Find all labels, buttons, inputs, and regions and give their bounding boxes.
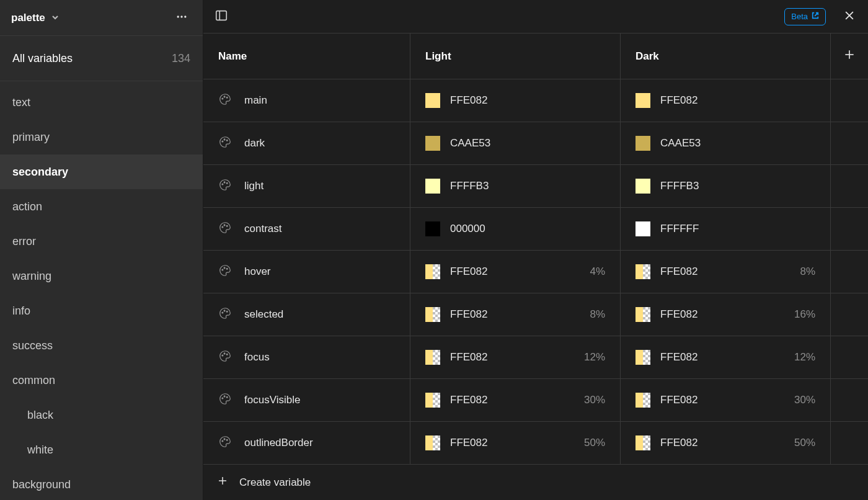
svg-point-25 <box>224 310 225 311</box>
palette-icon <box>218 392 232 408</box>
plus-icon <box>217 475 228 489</box>
external-link-icon <box>812 12 819 21</box>
color-swatch <box>636 221 650 236</box>
close-button[interactable] <box>841 8 858 25</box>
sidebar-group-item[interactable]: action <box>0 189 203 224</box>
opacity-value: 4% <box>590 266 605 278</box>
sidebar-group-item[interactable]: text <box>0 85 203 120</box>
sidebar-group-label: black <box>27 409 53 422</box>
sidebar-toggle-button[interactable] <box>213 9 229 25</box>
name-cell[interactable]: selected <box>203 293 410 336</box>
color-swatch <box>636 435 650 450</box>
create-variable-button[interactable]: Create variable <box>203 464 868 500</box>
main-panel: Beta Name Light Dark <box>203 0 868 500</box>
value-cell-light[interactable]: FFE0828% <box>410 293 621 336</box>
variable-name: light <box>244 180 264 192</box>
beta-link[interactable]: Beta <box>784 8 826 25</box>
svg-point-31 <box>224 396 225 397</box>
svg-point-30 <box>222 398 223 399</box>
table-row[interactable]: mainFFE082FFE082 <box>203 79 868 122</box>
table-row[interactable]: darkCAAE53CAAE53 <box>203 122 868 164</box>
value-cell-dark[interactable]: CAAE53 <box>621 122 831 164</box>
table-row[interactable]: outlinedBorderFFE08250%FFE08250% <box>203 421 868 464</box>
color-swatch <box>425 221 440 236</box>
collection-dropdown[interactable]: palette <box>11 12 59 24</box>
sidebar-group-label: white <box>27 444 53 457</box>
sidebar-group-item[interactable]: secondary <box>0 154 203 189</box>
svg-point-12 <box>222 141 223 142</box>
header-name[interactable]: Name <box>203 33 410 79</box>
all-variables-row[interactable]: All variables 134 <box>0 35 203 81</box>
hex-value: FFE082 <box>660 351 698 364</box>
value-cell-light[interactable]: FFE08250% <box>410 422 621 464</box>
sidebar-group-item[interactable]: info <box>0 293 203 328</box>
hex-value: FFE082 <box>450 94 487 107</box>
create-variable-label: Create variable <box>239 476 311 489</box>
hex-value: FFE082 <box>450 308 487 321</box>
sidebar-group-item[interactable]: background <box>0 467 203 500</box>
sidebar-group-item[interactable]: primary <box>0 120 203 154</box>
color-swatch <box>425 93 440 108</box>
value-cell-dark[interactable]: FFE082 <box>621 79 831 122</box>
sidebar-group-label: primary <box>12 131 50 144</box>
hex-value: FFE082 <box>660 437 698 449</box>
palette-icon <box>218 135 232 151</box>
hex-value: FFFFB3 <box>660 180 699 192</box>
table-row[interactable]: lightFFFFB3FFFFB3 <box>203 164 868 207</box>
table-row[interactable]: contrast000000FFFFFF <box>203 207 868 250</box>
name-cell[interactable]: dark <box>203 122 410 164</box>
value-cell-dark[interactable]: FFE08216% <box>621 293 831 336</box>
color-swatch <box>636 393 650 408</box>
sidebar-group-item[interactable]: white <box>0 432 203 467</box>
table-row[interactable]: selectedFFE0828%FFE08216% <box>203 293 868 336</box>
add-mode-button[interactable] <box>843 48 856 64</box>
row-extra-cell <box>831 293 868 336</box>
sidebar-group-item[interactable]: common <box>0 363 203 398</box>
value-cell-light[interactable]: CAAE53 <box>410 122 621 164</box>
value-cell-light[interactable]: FFE08230% <box>410 379 621 421</box>
sidebar-group-item[interactable]: black <box>0 398 203 432</box>
table-row[interactable]: focusFFE08212%FFE08212% <box>203 336 868 378</box>
variable-name: contrast <box>244 223 281 235</box>
svg-point-17 <box>226 182 228 184</box>
value-cell-dark[interactable]: FFE08250% <box>621 422 831 464</box>
hex-value: FFE082 <box>450 394 487 406</box>
more-button[interactable] <box>172 8 192 28</box>
header-mode-light[interactable]: Light <box>410 33 621 79</box>
palette-icon <box>218 221 232 237</box>
value-cell-light[interactable]: FFE082 <box>410 79 621 122</box>
sidebar-group-item[interactable]: error <box>0 224 203 259</box>
value-cell-dark[interactable]: FFFFB3 <box>621 165 831 207</box>
table-row[interactable]: hoverFFE0824%FFE0828% <box>203 250 868 293</box>
value-cell-light[interactable]: 000000 <box>410 208 621 250</box>
name-cell[interactable]: hover <box>203 251 410 293</box>
name-cell[interactable]: focus <box>203 336 410 378</box>
name-cell[interactable]: main <box>203 79 410 122</box>
color-swatch <box>425 307 440 322</box>
sidebar-group-item[interactable]: success <box>0 328 203 363</box>
name-cell[interactable]: contrast <box>203 208 410 250</box>
svg-point-29 <box>226 354 228 355</box>
table-body: mainFFE082FFE082darkCAAE53CAAE53lightFFF… <box>203 79 868 464</box>
svg-point-22 <box>224 267 225 269</box>
color-swatch <box>425 136 440 151</box>
name-cell[interactable]: light <box>203 165 410 207</box>
table-row[interactable]: focusVisibleFFE08230%FFE08230% <box>203 378 868 421</box>
value-cell-light[interactable]: FFFFB3 <box>410 165 621 207</box>
header-mode-dark[interactable]: Dark <box>621 33 831 79</box>
name-cell[interactable]: focusVisible <box>203 379 410 421</box>
hex-value: FFE082 <box>660 94 698 107</box>
sidebar-group-item[interactable]: warning <box>0 259 203 293</box>
value-cell-dark[interactable]: FFE0828% <box>621 251 831 293</box>
svg-point-11 <box>226 97 228 98</box>
value-cell-dark[interactable]: FFE08230% <box>621 379 831 421</box>
row-extra-cell <box>831 122 868 164</box>
value-cell-light[interactable]: FFE0824% <box>410 251 621 293</box>
svg-point-32 <box>226 396 228 398</box>
value-cell-dark[interactable]: FFE08212% <box>621 336 831 378</box>
hex-value: CAAE53 <box>660 137 701 150</box>
value-cell-light[interactable]: FFE08212% <box>410 336 621 378</box>
value-cell-dark[interactable]: FFFFFF <box>621 208 831 250</box>
hex-value: FFFFB3 <box>450 180 489 192</box>
name-cell[interactable]: outlinedBorder <box>203 422 410 464</box>
